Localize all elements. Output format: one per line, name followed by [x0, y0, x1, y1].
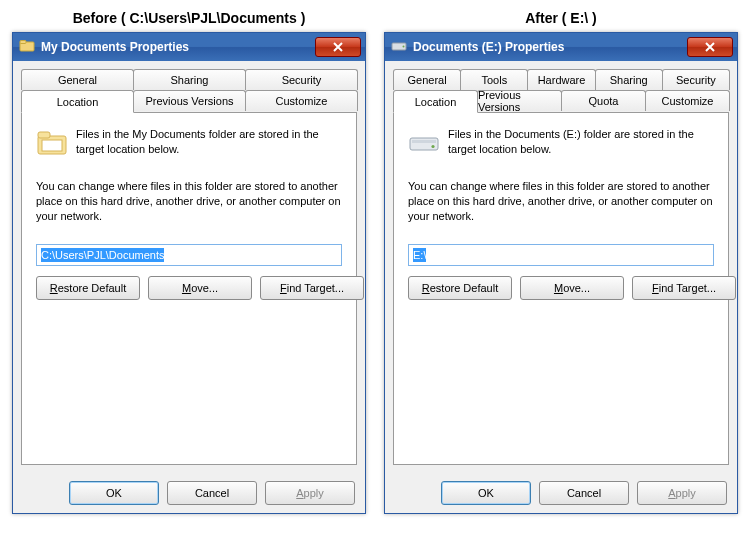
window-title: Documents (E:) Properties — [413, 40, 681, 54]
my-documents-properties-dialog: My Documents Properties General Sharing … — [12, 32, 366, 514]
svg-rect-4 — [42, 140, 62, 151]
ok-button[interactable]: OK — [69, 481, 159, 505]
change-text: You can change where files in this folde… — [408, 179, 714, 224]
titlebar[interactable]: Documents (E:) Properties — [385, 33, 737, 61]
folder-large-icon — [36, 127, 68, 161]
move-button[interactable]: Move... — [148, 276, 252, 300]
tab-security[interactable]: Security — [662, 69, 730, 90]
apply-button[interactable]: Apply — [637, 481, 727, 505]
after-caption: After ( E:\ ) — [525, 10, 597, 26]
svg-rect-3 — [38, 132, 50, 138]
find-target-button[interactable]: Find Target... — [632, 276, 736, 300]
svg-rect-7 — [410, 138, 438, 150]
tab-general[interactable]: General — [21, 69, 134, 90]
dialog-footer: OK Cancel Apply — [13, 473, 365, 513]
ok-button[interactable]: OK — [441, 481, 531, 505]
cancel-button[interactable]: Cancel — [167, 481, 257, 505]
drive-large-icon — [408, 127, 440, 161]
tab-general[interactable]: General — [393, 69, 461, 90]
tab-strip: General Tools Hardware Sharing Security … — [393, 69, 729, 112]
tab-previous-versions[interactable]: Previous Versions — [133, 90, 246, 111]
window-title: My Documents Properties — [41, 40, 309, 54]
move-button[interactable]: Move... — [520, 276, 624, 300]
svg-point-9 — [431, 145, 434, 148]
tab-previous-versions[interactable]: Previous Versions — [477, 90, 562, 111]
path-input[interactable]: C:\Users\PJL\Documents — [36, 244, 342, 266]
close-icon — [704, 42, 716, 52]
tab-sharing[interactable]: Sharing — [595, 69, 663, 90]
stored-text: Files in the My Documents folder are sto… — [76, 127, 342, 157]
change-text: You can change where files in this folde… — [36, 179, 342, 224]
tab-location[interactable]: Location — [21, 90, 134, 113]
close-button[interactable] — [315, 37, 361, 57]
close-icon — [332, 42, 344, 52]
tab-strip: General Sharing Security Location Previo… — [21, 69, 357, 112]
path-value: E:\ — [413, 248, 426, 262]
tab-tools[interactable]: Tools — [460, 69, 528, 90]
tab-security[interactable]: Security — [245, 69, 358, 90]
apply-button[interactable]: Apply — [265, 481, 355, 505]
svg-rect-8 — [412, 140, 436, 143]
find-target-button[interactable]: Find Target... — [260, 276, 364, 300]
dialog-footer: OK Cancel Apply — [385, 473, 737, 513]
stored-text: Files in the Documents (E:) folder are s… — [448, 127, 714, 157]
before-caption: Before ( C:\Users\PJL\Documents ) — [73, 10, 306, 26]
path-input[interactable]: E:\ — [408, 244, 714, 266]
tab-customize[interactable]: Customize — [245, 90, 358, 111]
tab-hardware[interactable]: Hardware — [527, 69, 595, 90]
folder-icon — [19, 38, 35, 57]
titlebar[interactable]: My Documents Properties — [13, 33, 365, 61]
close-button[interactable] — [687, 37, 733, 57]
tab-sharing[interactable]: Sharing — [133, 69, 246, 90]
restore-default-button[interactable]: Restore Default — [408, 276, 512, 300]
svg-point-6 — [403, 45, 405, 47]
tab-location[interactable]: Location — [393, 90, 478, 113]
svg-rect-1 — [20, 40, 26, 43]
cancel-button[interactable]: Cancel — [539, 481, 629, 505]
location-pane: Files in the Documents (E:) folder are s… — [393, 112, 729, 465]
location-pane: Files in the My Documents folder are sto… — [21, 112, 357, 465]
documents-e-properties-dialog: Documents (E:) Properties General Tools … — [384, 32, 738, 514]
drive-icon — [391, 38, 407, 57]
tab-customize[interactable]: Customize — [645, 90, 730, 111]
restore-default-button[interactable]: Restore Default — [36, 276, 140, 300]
tab-quota[interactable]: Quota — [561, 90, 646, 111]
path-value: C:\Users\PJL\Documents — [41, 248, 164, 262]
